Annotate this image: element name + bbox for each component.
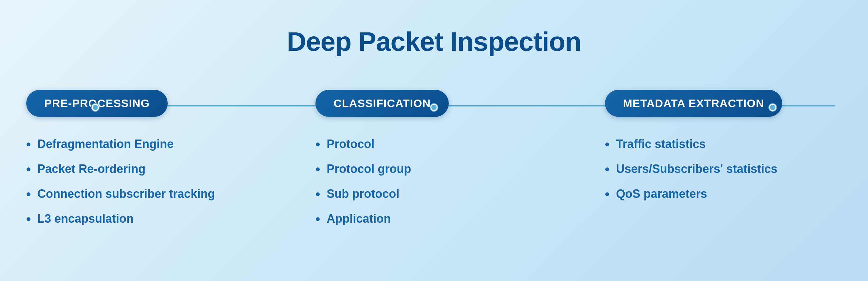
dot-class: [430, 104, 438, 111]
metadata-extraction-list: Traffic statistics Users/Subscribers' st…: [605, 136, 778, 211]
classification-list: Protocol Protocol group Sub protocol App…: [315, 136, 411, 236]
list-item: Users/Subscribers' statistics: [605, 161, 778, 177]
classification-badge: CLASSIFICATION: [315, 90, 449, 117]
pre-processing-badge: PRE-PROCESSING: [26, 90, 168, 117]
list-item: L3 encapsulation: [26, 211, 215, 227]
column-classification: CLASSIFICATION Protocol Protocol group S…: [289, 90, 579, 236]
main-content: PRE-PROCESSING Defragmentation Engine Pa…: [0, 90, 868, 236]
column-metadata-extraction: METADATA EXTRACTION Traffic statistics U…: [579, 90, 868, 211]
list-item: Defragmentation Engine: [26, 136, 215, 152]
pre-processing-header: PRE-PROCESSING: [26, 90, 168, 117]
list-item: Sub protocol: [315, 186, 411, 202]
list-item: Connection subscriber tracking: [26, 186, 215, 202]
column-pre-processing: PRE-PROCESSING Defragmentation Engine Pa…: [0, 90, 289, 236]
list-item: Protocol group: [315, 161, 411, 177]
list-item: Application: [315, 211, 411, 227]
list-item: QoS parameters: [605, 186, 778, 202]
dot-pre: [92, 104, 99, 111]
metadata-extraction-header: METADATA EXTRACTION: [605, 90, 782, 117]
metadata-extraction-badge: METADATA EXTRACTION: [605, 90, 782, 117]
page-title: Deep Packet Inspection: [287, 26, 581, 57]
list-item: Packet Re-ordering: [26, 161, 215, 177]
pre-processing-list: Defragmentation Engine Packet Re-orderin…: [26, 136, 215, 236]
list-item: Traffic statistics: [605, 136, 778, 152]
list-item: Protocol: [315, 136, 411, 152]
classification-header: CLASSIFICATION: [315, 90, 449, 117]
dot-meta: [769, 104, 776, 111]
